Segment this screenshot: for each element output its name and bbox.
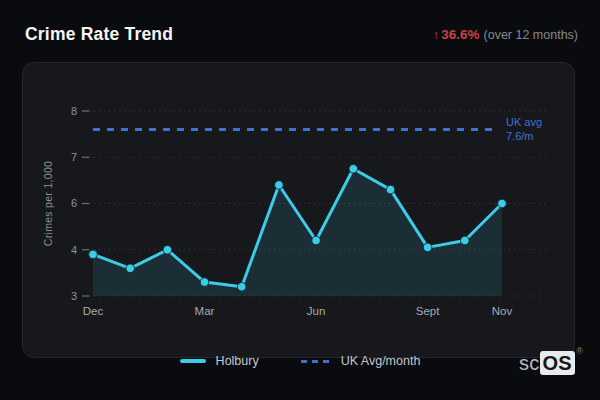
holbury-area-fill bbox=[93, 169, 502, 296]
logo-prefix: sc bbox=[519, 352, 539, 375]
data-point-mar[interactable] bbox=[200, 278, 209, 287]
data-point-jul[interactable] bbox=[349, 165, 358, 174]
legend-item-holbury[interactable]: Holbury bbox=[180, 354, 259, 368]
y-tick-label: 8 bbox=[71, 105, 77, 117]
trend-caption: (over 12 months) bbox=[484, 28, 578, 42]
y-tick-label: 4 bbox=[71, 244, 77, 256]
page-title: Crime Rate Trend bbox=[25, 24, 173, 45]
data-point-jan[interactable] bbox=[126, 264, 135, 273]
scos-logo: sc OS ® bbox=[519, 351, 575, 375]
x-tick-label: Dec bbox=[83, 305, 104, 317]
logo-badge: OS ® bbox=[540, 351, 576, 375]
data-point-dec[interactable] bbox=[89, 250, 98, 259]
data-point-sep[interactable] bbox=[423, 243, 432, 252]
uk-avg-dash-swatch bbox=[301, 360, 331, 363]
x-tick-label: Mar bbox=[195, 305, 215, 317]
data-point-aug[interactable] bbox=[386, 185, 395, 194]
uk-avg-label-line2: 7.6/m bbox=[506, 130, 542, 144]
legend-label-uk-avg: UK Avg/month bbox=[341, 354, 421, 368]
uk-avg-label-line1: UK avg bbox=[506, 116, 542, 130]
x-tick-label: Sept bbox=[416, 305, 440, 317]
x-tick-label: Jun bbox=[307, 305, 326, 317]
chart-card: 87643DecMarJunSeptNov Crimes per 1,000 U… bbox=[22, 62, 575, 358]
legend-label-holbury: Holbury bbox=[216, 354, 259, 368]
trend-indicator: ↑36.6%(over 12 months) bbox=[433, 27, 578, 42]
y-tick-label: 6 bbox=[71, 197, 77, 209]
holbury-line-swatch bbox=[180, 359, 206, 363]
header: Crime Rate Trend ↑36.6%(over 12 months) bbox=[25, 24, 578, 45]
data-point-oct[interactable] bbox=[461, 236, 470, 245]
chart-legend: Holbury UK Avg/month bbox=[0, 354, 600, 368]
trend-value: 36.6% bbox=[441, 27, 479, 42]
data-point-apr[interactable] bbox=[237, 283, 246, 292]
data-point-may[interactable] bbox=[275, 181, 284, 190]
uk-avg-reference-label: UK avg 7.6/m bbox=[506, 116, 542, 143]
data-point-jun[interactable] bbox=[312, 236, 321, 245]
y-tick-label: 3 bbox=[71, 290, 77, 302]
x-tick-label: Nov bbox=[492, 305, 513, 317]
y-axis-title: Crimes per 1,000 bbox=[42, 129, 57, 279]
data-point-nov[interactable] bbox=[498, 199, 507, 208]
trend-up-arrow-icon: ↑ bbox=[433, 27, 440, 42]
legend-item-uk-avg[interactable]: UK Avg/month bbox=[301, 354, 421, 368]
data-point-feb[interactable] bbox=[163, 246, 172, 255]
logo-main: OS bbox=[540, 351, 576, 375]
crime-trend-chart: 87643DecMarJunSeptNov bbox=[23, 63, 576, 359]
y-tick-label: 7 bbox=[71, 151, 77, 163]
registered-trademark-icon: ® bbox=[576, 346, 583, 356]
